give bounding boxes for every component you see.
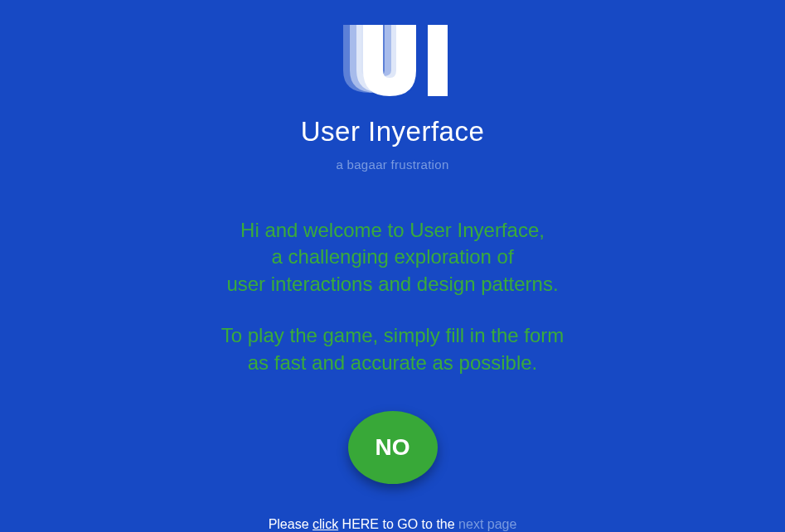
welcome-text: Hi and welcome to User Inyerface, a chal… xyxy=(226,217,558,297)
welcome-line: user interactions and design patterns. xyxy=(226,271,558,297)
bottom-here-text[interactable]: HERE to GO to the xyxy=(338,517,458,531)
brand-subtitle: a bagaar frustration xyxy=(336,157,448,172)
bottom-instruction: Please click HERE to GO to the next page xyxy=(269,517,517,532)
instruction-line: as fast and accurate as possible. xyxy=(221,350,565,376)
bottom-please: Please xyxy=(269,517,313,531)
instruction-line: To play the game, simply fill in the for… xyxy=(221,322,565,349)
logo-container: User Inyerface a bagaar frustration xyxy=(301,25,485,172)
bottom-next-page: next page xyxy=(458,517,516,531)
brand-title: User Inyerface xyxy=(301,116,485,148)
ui-logo-icon xyxy=(335,25,451,99)
no-button-label: NO xyxy=(376,434,410,461)
welcome-line: Hi and welcome to User Inyerface, xyxy=(226,217,558,244)
bottom-click-link[interactable]: click xyxy=(313,517,338,531)
instruction-text: To play the game, simply fill in the for… xyxy=(221,322,565,376)
svg-rect-0 xyxy=(428,25,448,96)
no-button[interactable]: NO xyxy=(348,411,438,484)
welcome-line: a challenging exploration of xyxy=(226,244,558,270)
